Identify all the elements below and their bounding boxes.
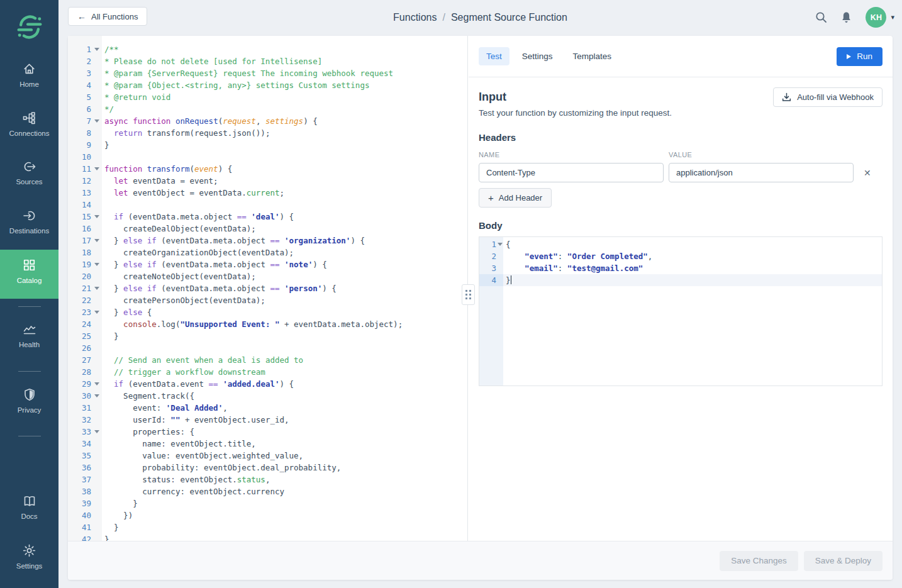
fold-caret-icon[interactable] (94, 287, 99, 290)
fold-caret-icon[interactable] (94, 119, 99, 123)
line-number: 15 (68, 211, 102, 223)
run-button[interactable]: Run (837, 47, 883, 66)
fold-caret-icon[interactable] (94, 263, 99, 266)
line-number: 28 (68, 366, 102, 378)
line-number: 6 (68, 103, 102, 115)
line-number: 23 (68, 306, 102, 318)
code-text: } else if (eventData.meta.object == 'not… (102, 258, 327, 270)
tab-settings[interactable]: Settings (515, 47, 560, 65)
save-changes-button[interactable]: Save Changes (720, 551, 798, 571)
line-number: 18 (68, 247, 102, 258)
code-line: 15 if (eventData.meta.object == 'deal') … (68, 211, 467, 223)
fold-caret-icon[interactable] (94, 394, 99, 397)
code-line: 17 } else if (eventData.meta.object == '… (68, 235, 467, 247)
sidebar-item-sources[interactable]: Sources (0, 152, 58, 201)
fold-caret-icon[interactable] (94, 48, 99, 51)
avatar[interactable]: KH (866, 7, 886, 28)
code-line: 21 } else if (eventData.meta.object == '… (68, 282, 467, 294)
code-text: Segment.track({ (102, 390, 194, 402)
code-line: 2* Please do not delete [used for Intell… (68, 55, 467, 67)
header-value-input[interactable] (669, 163, 854, 182)
fold-caret-icon[interactable] (94, 239, 99, 242)
code-text: async function onRequest(request, settin… (102, 115, 318, 127)
code-line: 6*/ (68, 103, 467, 115)
account-menu[interactable]: KH ▾ (866, 7, 894, 28)
sidebar-item-catalog[interactable]: Catalog (0, 250, 58, 299)
sidebar-item-label: Home (19, 80, 39, 88)
sidebar-item-label: Settings (16, 562, 43, 570)
tab-templates[interactable]: Templates (565, 47, 620, 65)
code-line: 26 (68, 342, 467, 354)
autofill-webhook-button[interactable]: Auto-fill via Webhook (773, 87, 883, 107)
fold-caret-icon[interactable] (94, 167, 99, 170)
code-line: 31 event: 'Deal Added', (68, 402, 467, 414)
code-text: } (503, 274, 511, 286)
code-line: 33 properties: { (68, 426, 467, 438)
code-line: 30 Segment.track({ (68, 390, 467, 402)
code-line: 32 userId: "" + eventObject.user_id, (68, 414, 467, 426)
header-name-input[interactable] (479, 163, 664, 182)
line-number: 19 (68, 258, 102, 270)
line-number: 11 (68, 163, 102, 175)
line-number: 8 (68, 127, 102, 139)
sidebar-item-label: Connections (9, 130, 50, 137)
sidebar-item-settings[interactable]: Settings (0, 535, 58, 584)
sidebar-item-destinations[interactable]: Destinations (0, 201, 58, 250)
sidebar-item-home[interactable]: Home (0, 53, 58, 103)
code-line: 5* @return void (68, 91, 467, 103)
fold-caret-icon[interactable] (94, 382, 99, 386)
body-json-editor[interactable]: 1{2 "event": "Order Completed",3 "email"… (479, 236, 883, 386)
code-line: 25 } (68, 330, 467, 342)
sidebar-item-health[interactable]: Health (0, 314, 58, 363)
sidebar-item-docs[interactable]: Docs (0, 486, 58, 535)
code-text: createNoteObject(eventData); (102, 270, 256, 282)
line-number: 4 (68, 79, 102, 91)
code-text: name: eventObject.title, (102, 438, 256, 450)
tab-test[interactable]: Test (479, 47, 509, 65)
pane-resize-handle[interactable] (462, 284, 475, 305)
code-text: * @param {ServerRequest} request The inc… (102, 67, 393, 79)
sidebar-item-privacy[interactable]: Privacy (0, 379, 58, 428)
remove-header-icon[interactable]: ✕ (864, 168, 871, 178)
line-number: 38 (68, 485, 102, 497)
fold-caret-icon[interactable] (94, 430, 99, 433)
fold-caret-icon[interactable] (498, 243, 503, 246)
breadcrumb-functions-link[interactable]: Functions (393, 12, 437, 23)
home-icon (23, 62, 36, 75)
input-subtitle: Test your function by customizing the in… (479, 108, 883, 118)
line-number: 7 (68, 115, 102, 127)
notifications-bell-icon[interactable] (840, 11, 852, 24)
code-text: console.log("Unsupported Event: " + even… (102, 318, 403, 330)
fold-caret-icon[interactable] (94, 311, 99, 314)
sidebar-nav: HomeConnectionsSourcesDestinationsCatalo… (0, 53, 58, 588)
segment-logo[interactable] (0, 0, 58, 53)
code-text: if (eventData.event == 'added.deal') { (102, 378, 294, 390)
docs-icon (23, 495, 36, 508)
input-section: Input Test your function by customizing … (469, 77, 893, 386)
code-text: currency: eventObject.currency (102, 485, 284, 497)
download-icon (782, 92, 791, 102)
code-line: 36 probability: eventObject.deal_probabi… (68, 462, 467, 474)
code-text: * @param {Object.<string, any>} settings… (102, 79, 369, 91)
line-number: 39 (68, 497, 102, 509)
breadcrumb-separator: / (442, 12, 445, 23)
sidebar-item-connections[interactable]: Connections (0, 103, 58, 152)
connections-icon (23, 111, 36, 125)
code-text: { (503, 238, 511, 250)
code-text: createOrganizationObject(eventData); (102, 247, 294, 258)
line-number: 1 (68, 43, 102, 55)
save-deploy-button[interactable]: Save & Deploy (804, 551, 883, 571)
function-editor-card: 1/**2* Please do not delete [used for In… (68, 36, 893, 580)
line-number: 29 (68, 378, 102, 390)
line-number: 13 (68, 187, 102, 199)
line-number: 10 (68, 151, 102, 163)
code-text: } (102, 139, 109, 151)
fold-caret-icon[interactable] (94, 215, 99, 218)
search-icon[interactable] (815, 11, 827, 23)
code-line: 11function transform(event) { (68, 163, 467, 175)
code-editor[interactable]: 1/**2* Please do not delete [used for In… (68, 36, 468, 541)
code-line: 37 status: eventObject.status, (68, 474, 467, 485)
code-line: 34 name: eventObject.title, (68, 438, 467, 450)
add-header-button[interactable]: + Add Header (479, 188, 552, 208)
code-line: 22 createPersonObject(eventData); (68, 294, 467, 306)
